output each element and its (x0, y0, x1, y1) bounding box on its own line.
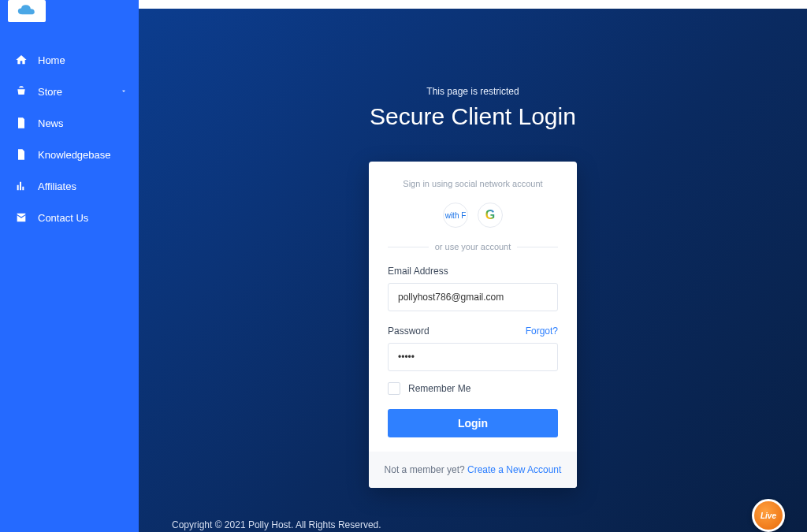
login-card-footer: Not a member yet? Create a New Account (369, 452, 577, 488)
login-button[interactable]: Login (388, 409, 558, 437)
main: This page is restricted Secure Client Lo… (139, 0, 807, 532)
sidebar-item-home[interactable]: Home (0, 44, 139, 76)
password-label: Password (388, 326, 430, 337)
email-label: Email Address (388, 266, 558, 277)
sidebar-item-label: Contact Us (38, 212, 88, 224)
sidebar-item-knowledgebase[interactable]: Knowledgebase (0, 139, 139, 170)
sidebar-item-store[interactable]: Store (0, 76, 139, 107)
sidebar-item-news[interactable]: News (0, 107, 139, 139)
live-chat-icon: Live (752, 499, 785, 532)
basket-icon (14, 85, 28, 98)
content: This page is restricted Secure Client Lo… (139, 9, 807, 532)
remember-checkbox[interactable] (388, 382, 400, 395)
chart-icon (14, 180, 28, 192)
password-label-row: Password Forgot? (388, 326, 558, 337)
remember-label: Remember Me (408, 383, 470, 394)
cloud-logo-icon (16, 2, 38, 20)
footer-copyright: Copyright © 2021 Polly Host. All Rights … (139, 519, 807, 532)
topbar (139, 0, 807, 9)
page-restricted-text: This page is restricted (426, 86, 519, 97)
divider-line (517, 247, 558, 247)
sidebar-item-affiliates[interactable]: Affiliates (0, 170, 139, 202)
facebook-text-fragment: with F (445, 211, 467, 220)
page-title: Secure Client Login (370, 103, 576, 130)
sidebar-item-label: News (38, 117, 64, 129)
sidebar-item-label: Knowledgebase (38, 149, 111, 161)
login-card-body: Sign in using social network account wit… (369, 162, 577, 452)
sidebar-nav: Home Store News Knowledgebase (0, 28, 139, 233)
forgot-password-link[interactable]: Forgot? (526, 326, 558, 337)
login-card: Sign in using social network account wit… (369, 162, 577, 488)
sidebar-item-label: Home (38, 54, 65, 66)
social-signin-title: Sign in using social network account (388, 179, 558, 188)
create-account-link[interactable]: Create a New Account (467, 464, 561, 475)
not-member-text: Not a member yet? (385, 464, 467, 475)
google-login-button[interactable]: G (478, 203, 503, 228)
live-chat-button[interactable]: Live (752, 507, 790, 532)
logo[interactable] (8, 0, 46, 22)
divider-line (388, 247, 429, 247)
sidebar-item-label: Store (38, 86, 62, 98)
email-input[interactable] (388, 283, 558, 311)
facebook-login-button[interactable]: with F (443, 203, 468, 228)
divider-text: or use your account (435, 242, 511, 251)
remember-row: Remember Me (388, 382, 558, 395)
sidebar-item-contact[interactable]: Contact Us (0, 202, 139, 233)
home-icon (14, 54, 28, 66)
file-icon (14, 148, 28, 161)
logo-wrap (0, 0, 139, 28)
document-icon (14, 117, 28, 129)
social-signin-row: with F G (388, 203, 558, 228)
password-input[interactable] (388, 343, 558, 371)
google-icon: G (485, 208, 495, 222)
sidebar: Home Store News Knowledgebase (0, 0, 139, 532)
sidebar-item-label: Affiliates (38, 180, 76, 192)
chevron-down-icon (120, 86, 128, 98)
mail-icon (14, 211, 28, 224)
login-divider: or use your account (388, 242, 558, 251)
